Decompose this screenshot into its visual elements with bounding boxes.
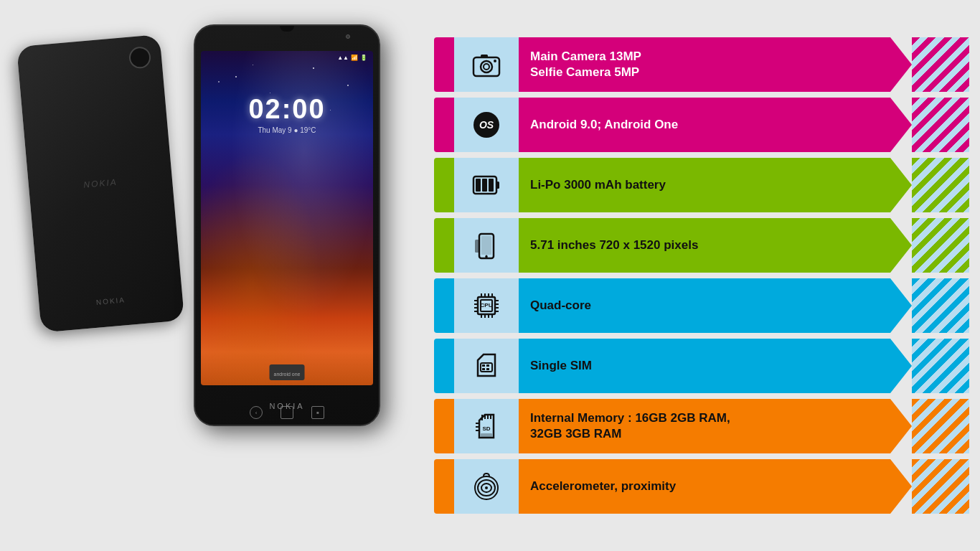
svg-rect-15 [475,240,479,253]
sensors-text: Accelerometer, proximity [519,473,712,500]
cpu-icon: CPU [471,290,502,321]
display-icon [471,230,502,261]
vol-left [194,105,195,148]
svg-text:CPU: CPU [481,302,493,309]
fingerprint-icon [471,471,502,502]
battery-text: Li-Po 3000 mAh battery [519,171,702,199]
svg-text:SD: SD [482,425,490,432]
spec-row-memory: SD Internal Memory : 16GB 2GB RAM,32GB 3… [434,399,969,453]
phone-notch [280,26,294,32]
stripe-battery [912,158,969,212]
stripe-os [912,98,969,152]
spec-text-sensors: Accelerometer, proximity [519,459,912,514]
phone-date: Thu May 9 ● 19°C [258,126,316,134]
phone-time: 02:00 [248,94,325,125]
os-icon: OS [471,109,502,141]
stripe-display [912,218,969,273]
volume-button [379,112,380,141]
icon-container-sensors [454,459,519,514]
icon-container-cpu: CPU [454,278,519,333]
spec-text-sim: Single SIM [519,339,912,393]
phone-section: NOKIA [0,0,430,551]
svg-rect-36 [482,364,485,367]
svg-rect-39 [486,368,489,370]
spec-row-os: OS Android 9.0; Android One [434,98,969,152]
spec-row-sim: Single SIM [434,339,969,393]
stripe-memory [912,399,969,453]
accent-bar-display [434,218,454,273]
spec-row-sensors: Accelerometer, proximity [434,459,969,514]
memory-icon: SD [471,410,502,442]
svg-rect-38 [482,368,485,370]
svg-rect-6 [496,182,499,189]
accent-bar-battery [434,158,454,212]
spec-text-display: 5.71 inches 720 x 1520 pixels [519,218,912,273]
spec-row-battery: Li-Po 3000 mAh battery [434,158,969,212]
sim-text: Single SIM [519,352,628,380]
accent-bar-cpu [434,278,454,333]
specs-section: Main Camera 13MPSelfie Camera 5MP OS And… [430,0,980,551]
accent-bar-sensors [434,459,454,514]
accent-bar-os [434,98,454,152]
accent-bar-sim [434,339,454,393]
battery-icon [471,169,502,201]
icon-container-battery [454,158,519,212]
camera-icon [471,49,502,80]
camera-text: Main Camera 13MPSelfie Camera 5MP [519,43,677,86]
stripe-cpu [912,278,969,333]
cpu-text: Quad-core [519,292,627,319]
svg-point-14 [486,256,488,258]
svg-point-4 [494,60,496,62]
svg-rect-13 [481,233,482,235]
svg-rect-37 [486,364,489,367]
spec-text-memory: Internal Memory : 16GB 2GB RAM,32GB 3GB … [519,399,912,453]
stripe-sensors [912,459,969,514]
phone-image: NOKIA [29,17,402,534]
svg-rect-7 [476,179,481,192]
icon-container-display [454,218,519,273]
spec-text-cpu: Quad-core [519,278,912,333]
accent-bar-memory [434,399,454,453]
spec-text-os: Android 9.0; Android One [519,98,912,152]
front-camera [346,34,350,39]
svg-point-1 [481,61,492,72]
svg-rect-9 [489,179,494,192]
svg-point-49 [485,486,488,489]
android-badge: android one [270,364,305,380]
spec-text-battery: Li-Po 3000 mAh battery [519,158,912,212]
svg-rect-11 [481,236,491,255]
memory-text: Internal Memory : 16GB 2GB RAM,32GB 3GB … [519,405,766,448]
spec-row-cpu: CPU [434,278,969,333]
phone-screen: ▲▲ 📶 🔋 02:00 Thu May 9 ● 19°C [201,51,373,385]
svg-rect-45 [481,433,492,437]
svg-rect-8 [482,179,487,192]
sim-icon [471,350,502,382]
icon-container-sim [454,339,519,393]
icon-container-memory: SD [454,399,519,453]
svg-rect-3 [481,55,488,58]
phone-front: ▲▲ 📶 🔋 02:00 Thu May 9 ● 19°C ‹ ■ [194,24,380,426]
accent-bar-camera [434,37,454,92]
spec-row-display: 5.71 inches 720 x 1520 pixels [434,218,969,273]
stars-bg [201,51,373,218]
svg-point-2 [484,64,489,70]
nokia-label: NOKIA [269,402,304,410]
icon-container-os: OS [454,98,519,152]
phone-back: NOKIA [17,34,184,333]
back-camera [128,46,152,70]
spec-text-camera: Main Camera 13MPSelfie Camera 5MP [519,37,912,92]
stripe-sim [912,339,969,393]
svg-rect-35 [481,363,492,372]
back-logo: NOKIA [83,177,118,190]
power-button [379,148,380,166]
stripe-camera [912,37,969,92]
nav-back: ‹ [250,406,263,419]
icon-container-camera [454,37,519,92]
os-text: Android 9.0; Android One [519,111,714,138]
spec-row-camera: Main Camera 13MPSelfie Camera 5MP [434,37,969,92]
display-text: 5.71 inches 720 x 1520 pixels [519,232,734,259]
nav-recent: ■ [311,406,324,419]
